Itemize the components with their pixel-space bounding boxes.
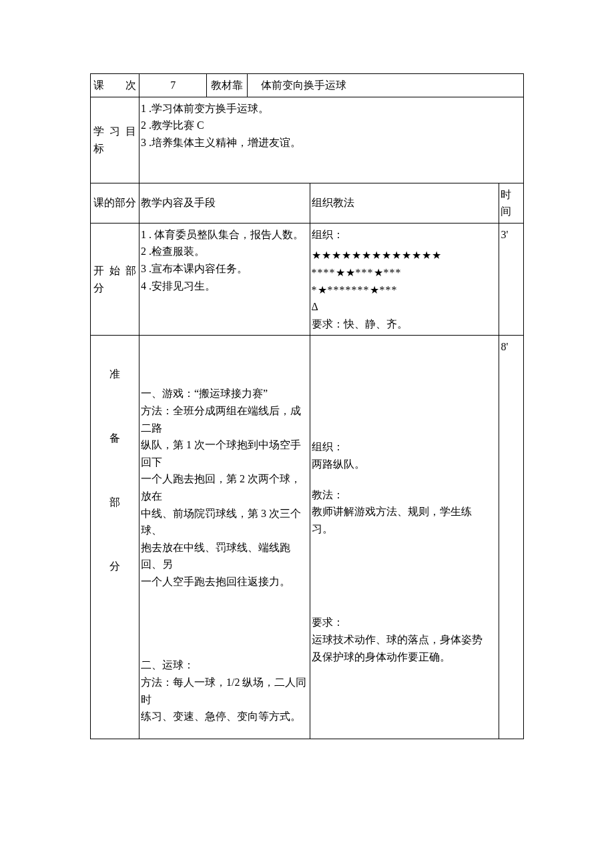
prep-req-line: 及保护球的身体动作要正确。 (312, 648, 498, 666)
start-requirement: 要求：快、静、齐。 (312, 316, 498, 333)
start-item: 3 .宣布本课内容任务。 (141, 260, 308, 278)
prep-req-line: 运球技术动作、球的落点，身体姿势 (312, 631, 498, 648)
goal-item: 1 .学习体前变方换手运球。 (141, 100, 522, 117)
prep-method-line: 习。 (312, 520, 498, 538)
prep-label-char: 部 (92, 470, 137, 534)
value-material: 体前变向换手运球 (248, 74, 524, 97)
label-time: 时间 (499, 183, 524, 223)
dribble-line: 方法：每人一球，1/2 纵场，二人同时 (141, 674, 308, 708)
prep-label-char: 准 (92, 342, 137, 406)
label-content-method: 教学内容及手段 (139, 183, 310, 223)
game-line: 一个人跑去抱回，第 2 次两个球，放在 (141, 470, 308, 504)
row-start-section: 开 始 部分 1 . 体育委员整队集合，报告人数。 2 .检查服装。 3 .宣布… (91, 223, 524, 336)
row-learning-goals: 学 习 目标 1 .学习体前变方换手运球。 2 .教学比赛 C 3 .培养集体主… (91, 97, 524, 183)
prep-label-char: 分 (92, 534, 137, 598)
start-content: 1 . 体育委员整队集合，报告人数。 2 .检查服装。 3 .宣布本课内容任务。… (139, 223, 310, 336)
org-label: 组织： (312, 226, 498, 244)
label-section: 课的部分 (91, 183, 139, 223)
prep-org: 组织： 两路纵队。 教法： 教师讲解游戏方法、规则，学生练 习。 要求： 运球技… (310, 336, 499, 739)
formation-row: *★*******★*** (312, 282, 498, 299)
prep-time: 8' (499, 336, 524, 739)
prep-req-label: 要求： (312, 614, 498, 631)
learning-goals-content: 1 .学习体前变方换手运球。 2 .教学比赛 C 3 .培养集体主义精神，增进友… (139, 97, 524, 183)
game-line: 纵队，第 1 次一个球抱到中场空手回下 (141, 436, 308, 470)
label-org-method: 组织教法 (310, 183, 499, 223)
label-start-section: 开 始 部分 (91, 223, 139, 336)
start-item: 4 .安排见习生。 (141, 278, 308, 295)
game-line: 一个人空手跑去抱回往返接力。 (141, 573, 308, 590)
start-time: 3' (499, 223, 524, 336)
start-item: 2 .检查服装。 (141, 243, 308, 260)
game-line: 方法：全班分成两组在端线后，成二路 (141, 402, 308, 436)
game-title: 一、游戏：“搬运球接力赛” (141, 385, 308, 402)
prep-method-label: 教法： (312, 486, 498, 504)
prep-content: 一、游戏：“搬运球接力赛” 方法：全班分成两组在端线后，成二路 纵队，第 1 次… (139, 336, 310, 739)
lesson-plan-table: 课次 7 教材靠 体前变向换手运球 学 习 目标 1 .学习体前变方换手运球。 … (90, 73, 524, 739)
value-lesson-number: 7 (139, 74, 207, 97)
prep-label-char: 备 (92, 406, 137, 470)
label-prep-section: 准 备 部 分 (91, 336, 139, 739)
formation-row: ★★★★★★★★★★★★★ (312, 247, 498, 264)
goal-item: 2 .教学比赛 C (141, 117, 522, 134)
label-learning-goals: 学 习 目标 (91, 97, 139, 183)
prep-method-line: 教师讲解游戏方法、规则，学生练 (312, 503, 498, 520)
prep-org-line: 两路纵队。 (312, 456, 498, 473)
formation-row: ****★★***★*** (312, 264, 498, 282)
teacher-mark: Δ (312, 298, 498, 316)
row-column-headers: 课的部分 教学内容及手段 组织教法 时间 (91, 183, 524, 223)
prep-org-label: 组织： (312, 438, 498, 456)
dribble-line: 练习、变速、急停、变向等方式。 (141, 708, 308, 725)
dribble-title: 二、运球： (141, 657, 308, 674)
start-item: 1 . 体育委员整队集合，报告人数。 (141, 226, 308, 244)
row-prep-section: 准 备 部 分 一、游戏：“搬运球接力赛” 方法：全班分成两组在端线后，成二路 … (91, 336, 524, 739)
row-header-1: 课次 7 教材靠 体前变向换手运球 (91, 74, 524, 97)
label-lesson-number: 课次 (91, 74, 139, 97)
game-line: 中线、前场院罚球线，第 3 次三个球、 (141, 505, 308, 539)
label-material: 教材靠 (207, 74, 248, 97)
game-line: 抱去放在中线、罚球线、端线跑回、另 (141, 539, 308, 573)
goal-item: 3 .培养集体主义精神，增进友谊。 (141, 134, 522, 151)
start-org: 组织： ★★★★★★★★★★★★★ ****★★***★*** *★******… (310, 223, 499, 336)
